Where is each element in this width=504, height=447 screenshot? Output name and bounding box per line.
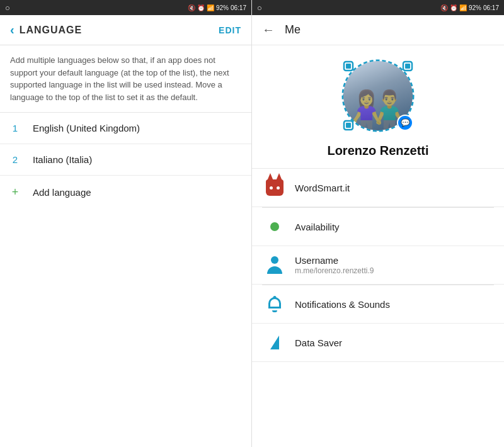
menu-text-availability: Availability <box>295 222 340 232</box>
devil-horn-left <box>267 173 273 181</box>
list-item[interactable]: 1 English (United Kingdom) <box>0 113 251 144</box>
language-number-1: 1 <box>10 123 20 133</box>
devil-eyes <box>270 186 280 190</box>
left-panel: ○ 🔇 ⏰ 📶 92% 06:17 ‹ LANGUAGE EDIT Add mu… <box>0 0 252 447</box>
list-item[interactable]: Data Saver <box>252 324 504 362</box>
menu-text-datasaver: Data Saver <box>295 337 342 348</box>
bell-body <box>268 297 281 308</box>
datasaver-icon <box>265 332 285 353</box>
battery-text-r: 92% <box>469 4 481 11</box>
messenger-badge: 💬 <box>397 115 413 131</box>
availability-icon <box>265 217 285 237</box>
left-status-bar: ○ 🔇 ⏰ 📶 92% 06:17 <box>0 0 251 15</box>
language-title: LANGUAGE <box>20 25 83 36</box>
mute-icon: 🔇 <box>188 4 195 11</box>
alarm-icon: ⏰ <box>197 4 205 11</box>
svg-rect-6 <box>346 123 351 128</box>
menu-text-notifications: Notifications & Sounds <box>295 299 390 310</box>
bell-base <box>272 310 277 312</box>
list-item[interactable]: 2 Italiano (Italia) <box>0 144 251 176</box>
profile-name: Lorenzo Renzetti <box>327 144 428 158</box>
menu-text-wordsmart: WordSmart.it <box>295 183 350 193</box>
edit-button[interactable]: EDIT <box>219 25 241 35</box>
devil-face <box>266 179 284 196</box>
username-sublabel: m.me/lorenzo.renzetti.9 <box>295 266 374 275</box>
green-dot-icon <box>270 222 279 231</box>
language-name-2: Italiano (Italia) <box>33 154 92 165</box>
svg-rect-4 <box>405 64 410 69</box>
list-item[interactable]: Username m.me/lorenzo.renzetti.9 <box>252 246 504 285</box>
right-status-icon: ○ <box>257 3 262 13</box>
plus-icon: + <box>10 186 20 199</box>
notifications-label: Notifications & Sounds <box>295 299 390 310</box>
menu-text-username: Username m.me/lorenzo.renzetti.9 <box>295 255 374 275</box>
signal-icon-r: 📶 <box>459 4 467 11</box>
me-title: Me <box>285 23 301 37</box>
triangle-icon <box>270 336 279 349</box>
language-name-1: English (United Kingdom) <box>33 123 140 133</box>
language-list: 1 English (United Kingdom) 2 Italiano (I… <box>0 113 251 209</box>
add-language-item[interactable]: + Add language <box>0 176 251 209</box>
profile-section: 👫 💬 Lorenzo Renzetti <box>252 45 504 169</box>
username-icon <box>265 255 285 275</box>
datasaver-label: Data Saver <box>295 337 342 348</box>
right-header: ← Me <box>252 15 504 45</box>
list-item[interactable]: WordSmart.it <box>252 169 504 207</box>
alarm-icon-r: ⏰ <box>450 4 457 11</box>
list-item[interactable]: Availability <box>252 208 504 246</box>
notifications-icon <box>265 294 285 314</box>
language-number-2: 2 <box>10 154 20 165</box>
availability-label: Availability <box>295 222 340 232</box>
person-icon <box>266 256 284 274</box>
wordsmart-label: WordSmart.it <box>295 183 350 193</box>
add-language-label: Add language <box>33 187 91 198</box>
time-text-r: 06:17 <box>483 4 499 11</box>
left-header: ‹ LANGUAGE EDIT <box>0 15 251 45</box>
language-description: Add multiple languages below so that, if… <box>0 45 251 113</box>
signal-icon: 📶 <box>207 4 214 11</box>
list-item[interactable]: Notifications & Sounds <box>252 285 504 324</box>
mute-icon-r: 🔇 <box>440 4 448 11</box>
messenger-icon: 💬 <box>401 118 410 127</box>
svg-rect-2 <box>346 64 351 69</box>
right-panel: ○ 🔇 ⏰ 📶 92% 06:17 ← Me <box>252 0 504 447</box>
right-status-right: 🔇 ⏰ 📶 92% 06:17 <box>440 4 499 11</box>
devil-eye-left <box>270 186 273 190</box>
wordsmart-icon <box>265 178 285 198</box>
right-status-bar: ○ 🔇 ⏰ 📶 92% 06:17 <box>252 0 504 15</box>
devil-horn-right <box>276 173 282 181</box>
person-body <box>267 266 282 274</box>
menu-section: WordSmart.it Availability Username <box>252 169 504 447</box>
back-arrow-icon[interactable]: ‹ <box>10 23 14 37</box>
back-title-group: ‹ LANGUAGE <box>10 23 82 37</box>
left-status-right: 🔇 ⏰ 📶 92% 06:17 <box>188 4 246 11</box>
battery-text: 92% <box>216 4 229 11</box>
avatar-container: 👫 💬 <box>340 58 416 133</box>
person-head <box>271 256 278 264</box>
right-back-arrow[interactable]: ← <box>262 23 275 37</box>
bell-icon-shape <box>267 296 282 312</box>
devil-eye-right <box>277 186 280 190</box>
username-label: Username <box>295 255 374 266</box>
time-text: 06:17 <box>231 4 246 11</box>
left-status-icon: ○ <box>5 3 10 13</box>
